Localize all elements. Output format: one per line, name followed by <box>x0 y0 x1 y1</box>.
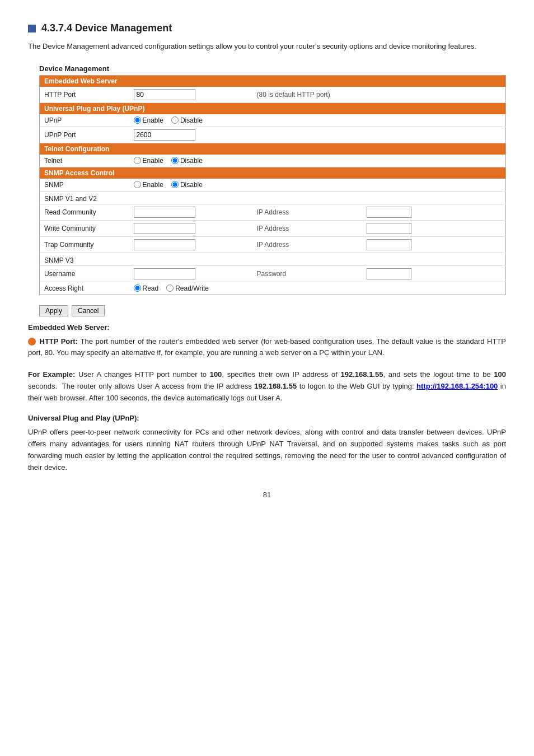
table-title: Device Management <box>39 64 506 73</box>
telnet-disable-label[interactable]: Disable <box>171 157 203 165</box>
read-community-cell[interactable] <box>129 204 252 220</box>
upnp-radio-group: Enable Disable <box>134 116 502 124</box>
button-row: Apply Cancel <box>39 305 506 316</box>
upnp-port-row: UPnP Port <box>40 127 506 143</box>
read-community-input[interactable] <box>134 207 195 218</box>
read-community-ip-cell[interactable] <box>362 204 506 220</box>
http-port-icon <box>28 338 36 346</box>
write-community-input[interactable] <box>134 223 195 234</box>
snmp-radio-cell: Enable Disable <box>129 179 506 192</box>
upnp-label: UPnP <box>40 114 129 127</box>
desc3-text: UPnP offers peer-to-peer network connect… <box>28 427 506 473</box>
http-port-row: HTTP Port (80 is default HTTP port) <box>40 87 506 103</box>
password-label: Password <box>252 265 362 282</box>
access-read-label[interactable]: Read <box>134 284 159 292</box>
snmp-header: SNMP Access Control <box>40 167 506 179</box>
telnet-disable-radio[interactable] <box>171 157 179 164</box>
read-community-ip-input[interactable] <box>367 207 411 218</box>
device-management-table: Embedded Web Server HTTP Port (80 is def… <box>39 75 506 295</box>
trap-community-row: Trap Community IP Address <box>40 236 506 253</box>
desc2-text: For Example: User A changes HTTP port nu… <box>28 369 506 404</box>
telnet-radio-cell: Enable Disable <box>129 155 506 167</box>
example-link[interactable]: http://192.168.1.254:100 <box>416 382 498 390</box>
password-input[interactable] <box>367 268 411 279</box>
username-cell[interactable] <box>129 265 252 282</box>
section-heading: 4.3.7.4 Device Management <box>28 22 506 34</box>
telnet-enable-label[interactable]: Enable <box>134 157 163 165</box>
desc-upnp: Universal Plug and Play (UPnP): UPnP off… <box>28 414 506 473</box>
upnp-radio-cell: Enable Disable <box>129 114 506 127</box>
write-community-ip-input[interactable] <box>367 223 411 234</box>
embedded-web-server-header: Embedded Web Server <box>40 75 506 87</box>
section-title: 4.3.7.4 Device Management <box>41 22 172 34</box>
write-community-label: Write Community <box>40 220 129 236</box>
write-community-row: Write Community IP Address <box>40 220 506 236</box>
page-number: 81 <box>28 491 506 499</box>
apply-button[interactable]: Apply <box>39 305 68 316</box>
desc1-text: HTTP Port: The port number of the router… <box>28 336 506 360</box>
access-readwrite-radio[interactable] <box>166 284 174 292</box>
desc1-heading: Embedded Web Server: <box>28 323 506 332</box>
snmp-row: SNMP Enable Disable <box>40 179 506 192</box>
snmp-v1v2-label: SNMP V1 and V2 <box>40 191 129 204</box>
access-right-label: Access Right <box>40 282 129 295</box>
device-management-container: Device Management Embedded Web Server HT… <box>39 64 506 295</box>
access-right-cell: Read Read/Write <box>129 282 506 295</box>
access-right-radio-group: Read Read/Write <box>134 284 502 292</box>
http-port-value-cell[interactable] <box>129 87 252 103</box>
upnp-enable-label[interactable]: Enable <box>134 116 163 124</box>
trap-community-ip-input[interactable] <box>367 239 411 250</box>
trap-community-input[interactable] <box>134 239 195 250</box>
write-community-ip-cell[interactable] <box>362 220 506 236</box>
access-right-row: Access Right Read Read/Write <box>40 282 506 295</box>
desc-embedded-web-server: Embedded Web Server: HTTP Port: The port… <box>28 323 506 360</box>
snmp-disable-label[interactable]: Disable <box>171 181 203 189</box>
snmp-v1v2-row: SNMP V1 and V2 <box>40 191 506 204</box>
http-port-hint: (80 is default HTTP port) <box>252 87 506 103</box>
snmp-disable-radio[interactable] <box>171 181 179 188</box>
for-example-strong: For Example: <box>28 370 75 379</box>
http-port-strong: HTTP Port: <box>37 337 81 346</box>
desc3-heading: Universal Plug and Play (UPnP): <box>28 414 506 422</box>
upnp-disable-label[interactable]: Disable <box>171 116 203 124</box>
trap-community-cell[interactable] <box>129 236 252 253</box>
trap-community-label: Trap Community <box>40 236 129 253</box>
upnp-port-input[interactable] <box>134 129 195 141</box>
upnp-header: Universal Plug and Play (UPnP) <box>40 102 506 114</box>
username-row: Username Password <box>40 265 506 282</box>
access-readwrite-label[interactable]: Read/Write <box>166 284 209 292</box>
desc-example: For Example: User A changes HTTP port nu… <box>28 369 506 404</box>
read-community-label: Read Community <box>40 204 129 220</box>
username-input[interactable] <box>134 268 195 279</box>
snmp-v3-row: SNMP V3 <box>40 253 506 265</box>
read-community-row: Read Community IP Address <box>40 204 506 220</box>
http-port-label: HTTP Port <box>40 87 129 103</box>
upnp-port-cell[interactable] <box>129 127 506 143</box>
username-label: Username <box>40 265 129 282</box>
snmp-enable-label[interactable]: Enable <box>134 181 163 189</box>
telnet-enable-radio[interactable] <box>134 157 141 164</box>
trap-community-ip-cell[interactable] <box>362 236 506 253</box>
write-community-ip-label: IP Address <box>252 220 362 236</box>
telnet-label: Telnet <box>40 155 129 167</box>
snmp-label: SNMP <box>40 179 129 192</box>
telnet-row: Telnet Enable Disable <box>40 155 506 167</box>
telnet-radio-group: Enable Disable <box>134 157 502 165</box>
cancel-button[interactable]: Cancel <box>72 305 105 316</box>
write-community-cell[interactable] <box>129 220 252 236</box>
trap-community-ip-label: IP Address <box>252 236 362 253</box>
telnet-header: Telnet Configuration <box>40 143 506 155</box>
snmp-v3-label: SNMP V3 <box>40 253 129 265</box>
upnp-disable-radio[interactable] <box>171 116 179 124</box>
upnp-enable-radio[interactable] <box>134 116 141 124</box>
snmp-enable-radio[interactable] <box>134 181 141 188</box>
upnp-row: UPnP Enable Disable <box>40 114 506 127</box>
intro-text: The Device Management advanced configura… <box>28 41 506 52</box>
password-cell[interactable] <box>362 265 506 282</box>
http-port-input[interactable] <box>134 89 195 100</box>
section-icon <box>28 25 36 32</box>
read-community-ip-label: IP Address <box>252 204 362 220</box>
access-read-radio[interactable] <box>134 284 141 292</box>
snmp-radio-group: Enable Disable <box>134 181 502 189</box>
upnp-port-label: UPnP Port <box>40 127 129 143</box>
